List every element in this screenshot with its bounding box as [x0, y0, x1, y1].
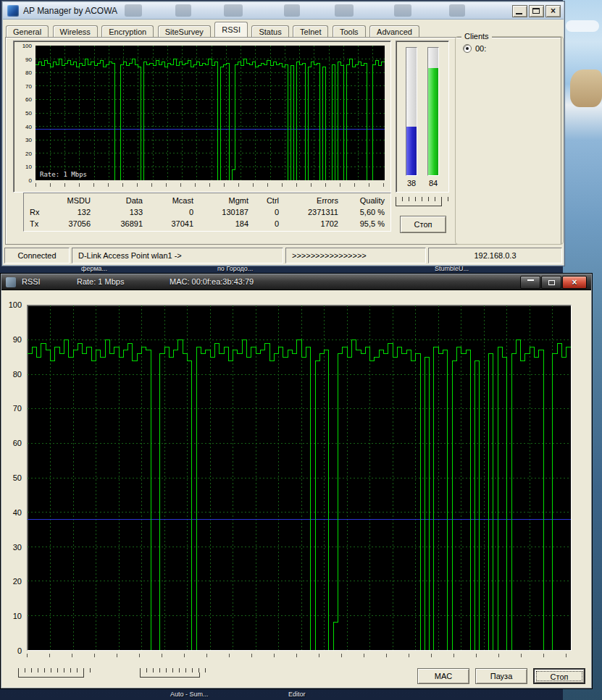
noise-gauge: [406, 47, 417, 176]
rssi-chart-small: Rate: 1 Mbps: [35, 46, 385, 180]
y-tick-label: 60: [13, 439, 22, 447]
stop-button[interactable]: Стоп: [400, 216, 446, 233]
stat-cell: 132: [49, 206, 95, 218]
signal-gauge-value: 84: [427, 179, 439, 187]
y-tick-label: 70: [13, 404, 22, 413]
cloud-image: [566, 20, 599, 32]
col-header: MSDU: [49, 195, 95, 206]
close-icon: ×: [546, 6, 560, 17]
stat-cell: 1702: [283, 218, 343, 229]
maximize-button[interactable]: [541, 276, 561, 289]
rssi-chart-large: [27, 305, 572, 651]
desktop-icon-labels-bottom: Auto - Sum... Editor: [0, 691, 565, 700]
y-tick-label: 100: [22, 43, 32, 49]
noise-gauge-value: 38: [406, 179, 417, 187]
minimize-button[interactable]: [512, 5, 527, 17]
desktop-icon-label[interactable]: Auto - Sum...: [170, 691, 209, 698]
col-header: Data: [95, 195, 147, 206]
close-button[interactable]: ×: [562, 276, 587, 289]
glass-artifact: [449, 4, 465, 17]
stats-header-row: MSDU Data Mcast Mgmt Ctrl Errors Quality: [24, 195, 390, 206]
stats-table: MSDU Data Mcast Mgmt Ctrl Errors Quality…: [23, 193, 391, 232]
rssi-window: RSSI Rate: 1 Mbps MAC: 00:0f:ea:3b:43:79…: [0, 273, 593, 689]
stat-cell: 0: [147, 206, 198, 218]
rssi-chart-panel: 1009080706050403020100 Rate: 1 Mbps: [13, 41, 391, 193]
slider-track: [18, 672, 84, 678]
stat-cell: 0: [253, 218, 283, 229]
titlebar[interactable]: AP Manager by ACOWA ×: [3, 2, 564, 20]
rssi-rate-label: Rate: 1 Mbps: [77, 277, 124, 286]
y-tick-label: 10: [25, 164, 32, 170]
y-tick-label: 80: [13, 370, 22, 379]
stat-cell: 37056: [49, 218, 95, 229]
stat-cell: 130187: [198, 206, 253, 218]
glass-artifact: [125, 4, 142, 17]
rate-overlay: Rate: 1 Mbps: [37, 170, 90, 180]
stat-cell: 184: [198, 218, 253, 229]
close-button[interactable]: ×: [545, 5, 561, 17]
glass-artifact: [335, 4, 354, 17]
rock-image: [570, 69, 602, 107]
stat-cell: 133: [95, 206, 147, 218]
slider-track: [396, 201, 442, 206]
status-ip: 192.168.0.3: [428, 248, 562, 263]
maximize-icon: [532, 8, 540, 14]
noise-gauge-fill: [406, 127, 417, 175]
client-radio-row[interactable]: 00:: [463, 44, 486, 53]
stat-cell: 95,5 %: [343, 218, 389, 229]
status-connection: Connected: [4, 248, 70, 263]
y-tick-label: 80: [25, 69, 32, 76]
ap-manager-window: AP Manager by ACOWA × General Wireless E…: [1, 1, 565, 266]
y-tick-label: 0: [29, 177, 32, 184]
pause-button[interactable]: Пауза: [475, 668, 527, 684]
col-header: Errors: [283, 195, 343, 206]
tab-rssi[interactable]: RSSI: [214, 22, 248, 37]
rssi-tab-panel: 1009080706050403020100 Rate: 1 Mbps 38 8…: [5, 37, 561, 245]
y-tick-label: 20: [13, 577, 22, 586]
signal-gauge-fill: [428, 68, 438, 175]
gauge-history-slider[interactable]: [396, 197, 449, 206]
y-tick-label: 30: [25, 137, 32, 143]
glass-artifact: [394, 4, 411, 17]
maximize-button[interactable]: [529, 5, 544, 17]
y-tick-label: 60: [25, 96, 32, 103]
glass-artifact: [224, 4, 243, 17]
stat-cell: 0: [253, 206, 283, 218]
rssi-titlebar[interactable]: RSSI Rate: 1 Mbps MAC: 00:0f:ea:3b:43:79…: [1, 274, 591, 290]
y-tick-label: 20: [25, 150, 32, 156]
minimize-icon: [516, 13, 522, 14]
y-tick-label: 30: [13, 543, 22, 552]
y-tick-label: 70: [25, 83, 32, 89]
y-tick-label: 40: [25, 123, 32, 130]
clients-group-label: Clients: [461, 32, 492, 41]
y-tick-label: 90: [25, 56, 32, 62]
x-axis-ticks: [27, 654, 572, 657]
x-axis-ticks: [35, 183, 385, 187]
col-header: Mcast: [147, 195, 198, 206]
client-radio-label: 00:: [475, 44, 486, 53]
history-slider-1[interactable]: [18, 668, 95, 678]
col-header: Quality: [343, 195, 389, 206]
mac-button[interactable]: MAC: [417, 668, 469, 684]
rssi-app-icon: [6, 277, 16, 287]
stats-row-rx: Rx 132 133 0 130187 0 2371311 5,60 %: [24, 206, 390, 218]
minimize-icon: [527, 279, 534, 281]
signal-gauge-panel: 38 84: [396, 41, 449, 193]
rssi-trace-svg: [35, 46, 385, 180]
stat-cell: 2371311: [283, 206, 343, 218]
row-label: Tx: [24, 218, 49, 229]
desktop-icon-label[interactable]: Editor: [288, 691, 306, 698]
radio-icon[interactable]: [463, 44, 472, 53]
minimize-button[interactable]: [520, 276, 540, 289]
col-header: Ctrl: [253, 195, 283, 206]
col-header: Mgmt: [198, 195, 253, 206]
glass-artifact: [284, 4, 300, 17]
stat-cell: 36891: [95, 218, 147, 229]
rssi-window-title: RSSI: [22, 277, 41, 286]
status-device: D-Link Access Point wlan1 ->: [72, 248, 283, 263]
history-slider-2[interactable]: [140, 668, 209, 678]
y-tick-label: 90: [13, 335, 22, 344]
glass-artifact: [175, 4, 191, 17]
stat-cell: 5,60 %: [343, 206, 389, 218]
stop-button[interactable]: Стоп: [533, 668, 585, 684]
